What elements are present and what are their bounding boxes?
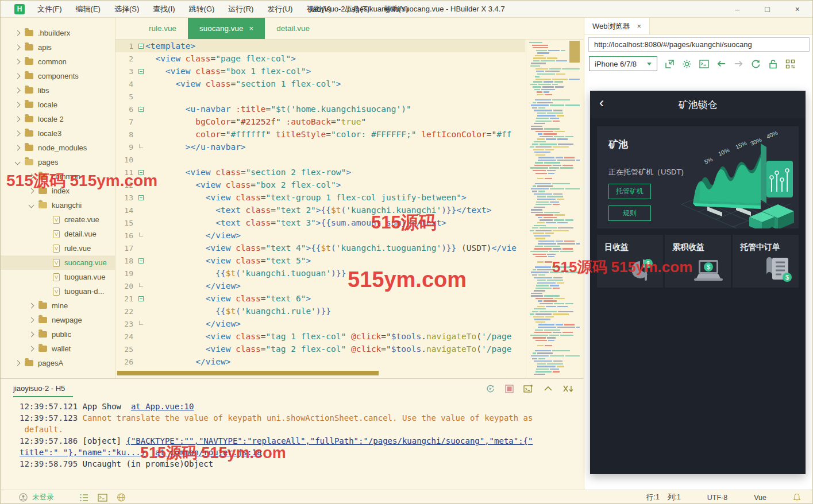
language-mode-indicator[interactable]: Vue	[754, 494, 766, 502]
refresh-icon[interactable]	[751, 59, 761, 69]
chevron-right-icon[interactable]	[15, 145, 21, 151]
code-line-15[interactable]: 15 <text class="text_3">{{sum.amount_sum…	[115, 216, 525, 229]
menu-item[interactable]: 发行(U)	[260, 1, 299, 18]
sidebar-item-public[interactable]: public	[1, 327, 115, 342]
chevron-right-icon[interactable]	[15, 360, 21, 366]
sidebar-item-libs[interactable]: libs	[1, 83, 115, 98]
sidebar-item-locale-2[interactable]: locale 2	[1, 112, 115, 126]
menu-item[interactable]: 查找(I)	[146, 1, 182, 18]
url-input[interactable]: http://localhost:8080/#/pages/kuangchi/s…	[588, 37, 810, 52]
sidebar-item-detail-vue[interactable]: Vdetail.vue	[1, 227, 115, 241]
code-line-2[interactable]: 2 <view class="page flex-col">	[115, 52, 525, 65]
sidebar-item-tuoguan-d-[interactable]: Vtuoguan-d...	[1, 284, 115, 298]
menu-item[interactable]: 工具(T)	[338, 1, 377, 18]
tab-close-icon[interactable]: ×	[249, 24, 254, 33]
chevron-right-icon[interactable]	[15, 88, 21, 94]
chevron-right-icon[interactable]	[29, 346, 34, 352]
forward-icon[interactable]	[734, 60, 743, 68]
restart-icon[interactable]	[486, 384, 495, 394]
menu-item[interactable]: 帮助(Y)	[376, 1, 415, 18]
back-chevron-icon[interactable]: ‹	[599, 96, 604, 110]
menu-item[interactable]: 选择(S)	[107, 1, 146, 18]
chevron-down-icon[interactable]	[15, 160, 21, 165]
stat-card-laptop-dollar[interactable]: 累积收益$	[665, 235, 731, 288]
sidebar-item-index[interactable]: index	[1, 184, 115, 198]
clear-console-icon[interactable]	[562, 385, 574, 393]
code-line-22[interactable]: 22 {{$t('kuangchi.rule')}}	[115, 305, 525, 317]
sidebar-item-common[interactable]: common	[1, 55, 115, 69]
stat-card-pie-dollar[interactable]: 日收益$	[597, 235, 663, 288]
editor-tab-suocang-vue[interactable]: suocang.vue×	[188, 18, 265, 39]
notification-bell-icon[interactable]	[793, 493, 801, 502]
chevron-right-icon[interactable]	[15, 102, 21, 108]
encoding-indicator[interactable]: UTF-8	[707, 494, 727, 502]
open-external-icon[interactable]	[665, 59, 675, 69]
console-link[interactable]: at App.vue:10	[131, 402, 194, 411]
sidebar-item-create-vue[interactable]: Vcreate.vue	[1, 212, 115, 227]
chevron-right-icon[interactable]	[29, 188, 34, 194]
menu-item[interactable]: 跳转(G)	[182, 1, 222, 18]
sidebar-item-locale3[interactable]: locale3	[1, 126, 115, 141]
code-line-1[interactable]: 1<template>	[115, 40, 525, 52]
sidebar-item-wallet[interactable]: wallet	[1, 342, 115, 356]
sidebar-item--hbuilderx[interactable]: .hbuilderx	[1, 26, 115, 40]
sidebar-item-newpage[interactable]: newpage	[1, 313, 115, 327]
chevron-right-icon[interactable]	[15, 117, 21, 122]
code-line-16[interactable]: 16 </view>	[115, 229, 525, 242]
collapse-panel-icon[interactable]	[544, 385, 553, 392]
sidebar-item-tuoguan-vue[interactable]: Vtuoguan.vue	[1, 270, 115, 284]
back-icon[interactable]	[716, 60, 726, 68]
fold-toggle-icon[interactable]	[136, 44, 145, 49]
settings-gear-icon[interactable]	[682, 59, 692, 69]
console-link[interactable]: at common/router.js:18	[155, 448, 261, 457]
menu-item[interactable]: 视图(V)	[299, 1, 338, 18]
fold-toggle-icon[interactable]	[136, 258, 145, 263]
horizontal-scrollbar[interactable]	[117, 371, 379, 375]
code-line-20[interactable]: 20 </view>	[115, 280, 525, 292]
rules-button[interactable]: 规则	[608, 206, 651, 221]
code-line-3[interactable]: 3 <view class="box_1 flex-col">	[115, 65, 525, 77]
chevron-right-icon[interactable]	[15, 131, 21, 137]
maximize-button[interactable]: □	[765, 5, 769, 14]
sidebar-item-locale[interactable]: locale	[1, 98, 115, 112]
code-line-25[interactable]: 25 <view class="tag_2 flex-col" @click="…	[115, 343, 525, 355]
qrcode-icon[interactable]	[785, 59, 795, 69]
menu-item[interactable]: 运行(R)	[221, 1, 260, 18]
chevron-right-icon[interactable]	[15, 59, 21, 65]
fold-toggle-icon[interactable]	[136, 170, 145, 175]
sidebar-item-pagesA[interactable]: pagesA	[1, 356, 115, 370]
code-line-11[interactable]: 11 <view class="section_2 flex-row">	[115, 166, 525, 179]
sidebar-item-suocang-vue[interactable]: Vsuocang.vue	[1, 255, 115, 270]
sidebar-item-pages[interactable]: pages	[1, 155, 115, 169]
sidebar-item-rule-vue[interactable]: Vrule.vue	[1, 241, 115, 255]
code-line-12[interactable]: 12 <view class="box_2 flex-col">	[115, 179, 525, 191]
chevron-right-icon[interactable]	[29, 332, 34, 338]
minimap[interactable]	[526, 40, 580, 378]
code-line-24[interactable]: 24 <view class="tag_1 flex-col" @click="…	[115, 330, 525, 343]
code-line-7[interactable]: 7 bgColor="#21252f" :autoBack="true"	[115, 115, 525, 128]
stat-card-receipt-dollar[interactable]: 托管中订单$	[733, 235, 799, 288]
code-line-4[interactable]: 4 <view class="section_1 flex-col">	[115, 77, 525, 90]
device-selector[interactable]: iPhone 6/7/8	[589, 56, 657, 71]
minimize-button[interactable]: –	[735, 5, 740, 14]
status-login[interactable]: 未登录	[1, 493, 54, 502]
code-line-19[interactable]: 19 {{$t('kuangchi.tuoguan')}}	[115, 267, 525, 280]
hosting-miner-button[interactable]: 托管矿机	[608, 184, 651, 199]
chevron-right-icon[interactable]	[29, 317, 34, 323]
code-line-8[interactable]: 8 color="#ffffff" titleStyle="color: #FF…	[115, 128, 525, 141]
editor-tab-detail-vue[interactable]: detail.vue	[265, 18, 321, 39]
code-line-17[interactable]: 17 <view class="text_4">{{$t('kuangchi.t…	[115, 242, 525, 254]
sidebar-item-apis[interactable]: apis	[1, 40, 115, 55]
terminal-icon[interactable]	[98, 494, 107, 502]
sidebar-item-node-modules[interactable]: node_modules	[1, 141, 115, 155]
unlock-icon[interactable]	[769, 59, 777, 69]
chevron-down-icon[interactable]	[29, 203, 34, 208]
fold-toggle-icon[interactable]	[136, 69, 145, 74]
code-line-9[interactable]: 9 ></u-navbar>	[115, 141, 525, 153]
fold-toggle-icon[interactable]	[136, 296, 145, 301]
code-line-13[interactable]: 13 <view class="text-group_1 flex-col ju…	[115, 191, 525, 204]
code-line-10[interactable]: 10	[115, 153, 525, 166]
code-line-26[interactable]: 26 </view>	[115, 355, 525, 368]
chevron-right-icon[interactable]	[15, 73, 21, 79]
chevron-right-icon[interactable]	[15, 30, 21, 36]
